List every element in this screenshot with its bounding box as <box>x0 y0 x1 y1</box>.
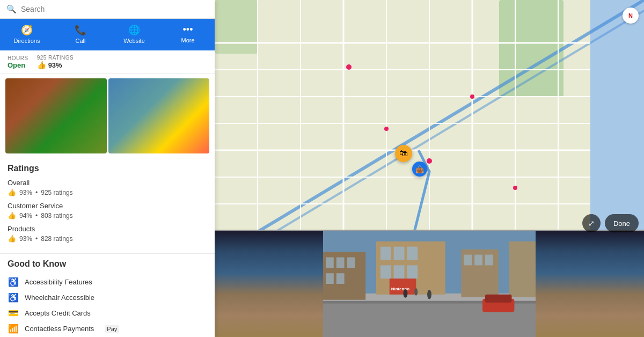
svg-rect-2 <box>215 0 258 54</box>
svg-rect-50 <box>509 241 536 297</box>
ratings-percent-row: 👍 93% <box>37 61 74 69</box>
ratings-section-title: Ratings <box>8 164 207 173</box>
apple-pay-icon: Pay <box>105 325 119 333</box>
products-thumb-icon: 👍 <box>8 235 16 243</box>
rating-customer-service: Customer Service 👍 94% • 803 ratings <box>8 202 207 219</box>
svg-point-24 <box>470 94 474 99</box>
svg-rect-38 <box>380 247 391 260</box>
sidebar: 🔍 🧭 Directions 📞 Call 🌐 Website ••• More… <box>0 0 215 337</box>
svg-rect-42 <box>394 265 405 279</box>
service-thumb-icon: 👍 <box>8 211 16 219</box>
svg-rect-3 <box>590 0 644 231</box>
expand-button[interactable]: ⤢ <box>582 214 601 232</box>
rating-products-label: Products <box>8 225 207 233</box>
svg-point-51 <box>403 289 407 298</box>
compass: N <box>623 8 639 24</box>
rating-products-row: 👍 93% • 828 ratings <box>8 235 207 243</box>
svg-rect-32 <box>326 258 334 268</box>
directions-icon: 🧭 <box>21 24 33 36</box>
photo-2[interactable] <box>108 78 210 153</box>
svg-point-53 <box>427 290 431 299</box>
street-photo-overlay[interactable]: Nintendo <box>215 230 644 337</box>
svg-rect-55 <box>485 295 512 303</box>
accessibility-icon: ♿ <box>8 277 19 287</box>
good-to-know-section: Good to Know ♿ Accessibility Features ♿ … <box>0 254 215 337</box>
directions-label: Directions <box>14 38 40 44</box>
overall-count: 925 ratings <box>41 189 72 196</box>
svg-point-52 <box>414 288 418 296</box>
ratings-percent-value: 93% <box>48 61 62 69</box>
rating-overall-label: Overall <box>8 179 207 187</box>
products-count: 828 ratings <box>41 235 72 243</box>
overall-thumb-icon: 👍 <box>8 188 16 196</box>
svg-rect-48 <box>474 255 482 266</box>
svg-rect-49 <box>485 255 493 266</box>
ratings-info: 925 RATINGS 👍 93% <box>37 55 74 69</box>
svg-rect-35 <box>326 273 334 284</box>
svg-rect-47 <box>464 255 472 266</box>
search-icon: 🔍 <box>6 4 17 14</box>
feature-credit-cards: 💳 Accepts Credit Cards <box>8 305 207 321</box>
service-dot: • <box>35 212 38 219</box>
directions-button[interactable]: 🧭 Directions <box>0 22 54 46</box>
svg-rect-43 <box>407 265 418 279</box>
search-bar[interactable]: 🔍 <box>0 0 215 19</box>
ratings-section: Ratings Overall 👍 93% • 925 ratings Cust… <box>0 158 215 254</box>
more-icon: ••• <box>183 24 193 35</box>
svg-rect-40 <box>407 247 418 260</box>
svg-rect-33 <box>336 258 345 268</box>
svg-point-23 <box>384 127 389 131</box>
credit-card-icon: 💳 <box>8 308 19 318</box>
hours-info: HOURS Open <box>8 55 28 69</box>
payment-icons: Pay <box>99 325 119 333</box>
rating-overall: Overall 👍 93% • 925 ratings <box>8 179 207 196</box>
svg-point-26 <box>513 186 517 190</box>
call-icon: 📞 <box>75 24 86 36</box>
photo-1[interactable] <box>5 78 107 153</box>
svg-point-22 <box>346 64 352 70</box>
good-to-know-title: Good to Know <box>8 259 207 269</box>
call-button[interactable]: 📞 Call <box>54 22 107 46</box>
street-scene-svg: Nintendo <box>215 231 644 337</box>
hours-ratings-row: HOURS Open 925 RATINGS 👍 93% <box>0 50 215 74</box>
street-photo-controls: ⤢ Done <box>582 214 639 232</box>
map-area[interactable]: 🛍 👜 N ⤢ Done <box>215 0 644 337</box>
overall-percent: 93% <box>19 189 32 196</box>
accessibility-label: Accessibility Features <box>25 278 92 286</box>
svg-point-25 <box>427 158 432 164</box>
website-button[interactable]: 🌐 Website <box>107 22 161 46</box>
photos-row[interactable] <box>0 74 215 158</box>
ratings-count: 925 RATINGS <box>37 55 74 61</box>
feature-wheelchair: ♿ Wheelchair Accessible <box>8 290 207 305</box>
svg-rect-39 <box>394 247 405 260</box>
rating-service-row: 👍 94% • 803 ratings <box>8 211 207 219</box>
contactless-icon: 📶 <box>8 324 19 334</box>
overall-dot: • <box>35 189 38 196</box>
done-button[interactable]: Done <box>605 214 639 232</box>
shopping-bag-marker[interactable]: 🛍 <box>395 145 412 162</box>
svg-rect-36 <box>336 273 345 284</box>
products-dot: • <box>35 235 38 243</box>
rating-service-label: Customer Service <box>8 202 207 210</box>
contactless-label: Contactless Payments <box>25 325 94 333</box>
products-percent: 93% <box>19 235 32 243</box>
thumb-up-icon: 👍 <box>37 61 46 69</box>
call-label: Call <box>76 38 86 44</box>
wheelchair-label: Wheelchair Accessible <box>25 294 94 302</box>
credit-cards-label: Accepts Credit Cards <box>25 309 91 317</box>
svg-rect-41 <box>380 265 391 279</box>
service-count: 803 ratings <box>41 212 72 219</box>
search-input[interactable] <box>21 5 208 13</box>
svg-rect-34 <box>347 258 355 268</box>
hours-label: HOURS <box>8 55 28 61</box>
rating-overall-row: 👍 93% • 925 ratings <box>8 188 207 196</box>
feature-accessibility: ♿ Accessibility Features <box>8 274 207 290</box>
service-percent: 94% <box>19 212 32 219</box>
website-icon: 🌐 <box>128 24 140 36</box>
rating-products: Products 👍 93% • 828 ratings <box>8 225 207 243</box>
feature-contactless: 📶 Contactless Payments Pay <box>8 321 207 336</box>
map-background: 🛍 👜 N ⤢ Done <box>215 0 644 337</box>
website-label: Website <box>123 38 145 44</box>
more-button[interactable]: ••• More <box>161 22 215 46</box>
action-buttons-row: 🧭 Directions 📞 Call 🌐 Website ••• More <box>0 19 215 50</box>
